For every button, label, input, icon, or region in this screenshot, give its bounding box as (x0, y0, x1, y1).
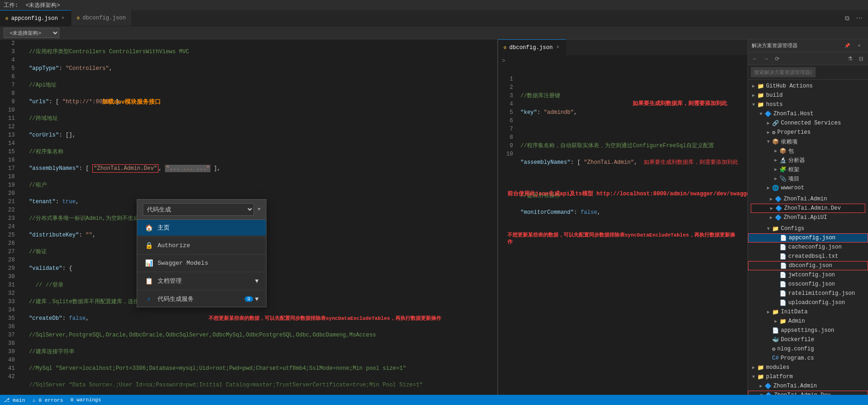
dropdown-item-docmgr[interactable]: 📋 文档管理 ▼ (137, 273, 266, 289)
tab-dbconfig-right[interactable]: ⚙ dbconfig.json × (498, 39, 566, 55)
editor-toolbar: <未选择架构> (0, 26, 868, 39)
arrow-icon: ▶ (765, 185, 772, 191)
framework-icon: 🧩 (779, 166, 786, 173)
divider3 (137, 272, 266, 272)
tree-zhontai-admin-ref[interactable]: ▶ 🔷 ZhonTai.Admin (751, 194, 865, 204)
arrow-icon: ▶ (772, 176, 779, 181)
dropdown-item-label: 主页 (158, 224, 170, 232)
arrow-icon: ▶ (768, 206, 775, 211)
tree-label: dbconfig.json (789, 262, 832, 269)
tree-properties[interactable]: ▶ ⚙ Properties (748, 128, 868, 137)
tree-platform[interactable]: ▼ 📁 platform (748, 372, 868, 381)
tree-label: Program.cs (780, 355, 814, 361)
status-bar: ⎇ main ⚠ 0 errors 0 warnings (0, 395, 868, 405)
se-filter-btn[interactable]: ⚗ (845, 54, 855, 64)
arrow-icon: ▶ (765, 130, 772, 135)
dropdown-item-authorize[interactable]: 🔒 Authorize (137, 238, 266, 253)
tree-label: build (766, 92, 783, 99)
tab-appconfig-close[interactable]: × (61, 15, 65, 22)
tree-appconfig-json[interactable]: 📄 appconfig.json (748, 233, 868, 243)
proj-icon5: 🔷 (765, 383, 772, 390)
arrow-icon (772, 245, 779, 250)
right-tab-bar: ⚙ dbconfig.json × (498, 39, 748, 56)
more-btn[interactable]: ⋯ (854, 13, 864, 23)
split-editor-btn[interactable]: ⧉ (842, 13, 852, 23)
arrow-icon (765, 328, 772, 333)
se-sync-btn[interactable]: ⟳ (772, 54, 782, 64)
folder-icon5: 📁 (757, 374, 764, 380)
tree-analyzer[interactable]: ▶ 🔬 分析器 (748, 156, 868, 165)
tree-dockerfile[interactable]: 🐳 Dockerfile (748, 335, 868, 344)
se-pin-btn[interactable]: 📌 (842, 41, 852, 51)
tree-jwtconfig-json[interactable]: 📄 jwtconfig.json (748, 270, 868, 280)
tree-cacheconfig-json[interactable]: 📄 cacheconfig.json (748, 243, 868, 252)
tree-dbconfig-json[interactable]: 📄 dbconfig.json (748, 261, 868, 270)
tree-ratelimit-json[interactable]: 📄 ratelimitconfig.json (748, 289, 868, 298)
docker-icon: 🐳 (772, 336, 779, 343)
se-collapse-btn[interactable]: ⊟ (856, 54, 866, 64)
se-back-btn[interactable]: ← (750, 54, 760, 64)
tree-label: jwtconfig.json (788, 272, 835, 278)
tree-ossconfig-json[interactable]: 📄 ossconfig.json (748, 280, 868, 289)
tree-label: wwwroot (781, 185, 804, 191)
tree-initdata[interactable]: ▶ 📁 InitData (748, 307, 868, 317)
menu-gongjian[interactable]: 工件: (4, 1, 18, 9)
dropdown-item-codegen-svc[interactable]: ⚡ 代码生成服务 9 ▼ (137, 291, 266, 307)
tree-label: 项目 (788, 175, 799, 183)
arrow-icon: ▶ (772, 148, 779, 154)
tree-build[interactable]: ▶ 📁 build (748, 91, 868, 100)
arrow-icon (773, 236, 780, 241)
txt-file-icon: 📄 (779, 253, 786, 260)
tree-dependencies[interactable]: ▼ 📦 依赖项 (748, 137, 868, 146)
dropdown-item-swagger[interactable]: 📊 Swagger Models (137, 255, 266, 271)
www-icon: 🌐 (772, 185, 779, 192)
divider4 (137, 290, 266, 290)
menu-architecture[interactable]: <未选择架构> (25, 1, 60, 9)
tree-platform-label: platform (766, 374, 793, 380)
tab-dbconfig-close[interactable]: × (556, 44, 560, 51)
json-file-icon3: 📄 (780, 262, 787, 269)
tree-admin-folder[interactable]: ▶ 📁 Admin (748, 317, 868, 326)
dropdown-item-home[interactable]: 🏠 主页 (137, 220, 266, 236)
tree-wwwroot[interactable]: ▶ 🌐 wwwroot (748, 183, 868, 193)
tree-appsettings[interactable]: 📄 appsettings.json (748, 326, 868, 335)
json-file-icon8: 📄 (772, 327, 779, 334)
arrow-icon: ▶ (772, 157, 779, 163)
tree-zhontai-apiui-ref[interactable]: ▶ 🔷 ZhonTai.ApiUI (751, 213, 865, 222)
tree-program-cs[interactable]: C# Program.cs (748, 354, 868, 363)
tree-packages[interactable]: ▶ 📦 包 (748, 146, 868, 156)
tree-connected-services[interactable]: ▶ 🔗 Connected Services (748, 118, 868, 128)
tree-label: ossconfig.json (788, 281, 835, 287)
tree-uploadconfig-json[interactable]: 📄 uploadconfig.json (748, 298, 868, 307)
main-tab-bar: ⚙ appconfig.json × ⚙ dbconfig.json ⧉ ⋯ (0, 10, 868, 26)
tree-configs[interactable]: ▼ 📁 Configs (748, 224, 868, 233)
architecture-select[interactable]: <未选择架构> (4, 28, 59, 38)
tree-plat-admin-dev[interactable]: ▼ 🔷 ZhonTai.Admin.Dev (748, 391, 868, 395)
line-numbers: 23456 7891011 1213141516 1718192021 2223… (0, 39, 19, 395)
tree-label: uploadconfig.json (788, 299, 845, 306)
tree-github-actions[interactable]: ▶ 📁 GitHub Actions (748, 81, 868, 91)
tree-framework[interactable]: ▶ 🧩 框架 (748, 165, 868, 174)
tab-appconfig[interactable]: ⚙ appconfig.json × (0, 10, 71, 26)
tree-modules[interactable]: ▶ 📁 modules (748, 363, 868, 372)
code-icon: ⚡ (145, 295, 153, 303)
tree-plat-admin[interactable]: ▶ 🔷 ZhonTai.Admin (748, 381, 868, 391)
tree-createdbsql-txt[interactable]: 📄 createdbsql.txt (748, 252, 868, 261)
arrow-icon: ▶ (767, 215, 775, 220)
se-forward-btn[interactable]: → (761, 54, 771, 64)
se-close-btn[interactable]: × (854, 41, 864, 51)
tree-hosts-folder[interactable]: ▼ 📁 hosts (748, 100, 868, 109)
dropdown-title-select[interactable]: 代码生成 (143, 203, 254, 216)
tree-label: modules (766, 364, 789, 371)
tree-label: ratelimitconfig.json (788, 290, 855, 297)
tree-label: Dockerfile (781, 336, 814, 343)
arrow-icon: ▶ (750, 83, 757, 89)
tab-appconfig-label: appconfig.json (11, 15, 58, 22)
tree-zhontai-host[interactable]: ▼ 🔷 ZhonTai.Host (748, 109, 868, 118)
se-search-input[interactable] (751, 67, 816, 77)
tree-nlog-config[interactable]: ⚙ nlog.config (748, 344, 868, 354)
tree-project-ref[interactable]: ▶ 📎 项目 (748, 174, 868, 183)
tree-zhontai-admin-dev-ref[interactable]: ▶ 🔷 ZhonTai.Admin.Dev (751, 204, 865, 213)
tab-dbconfig-left-label: dbconfig.json (82, 15, 126, 21)
tab-dbconfig-left[interactable]: ⚙ dbconfig.json (71, 10, 132, 26)
